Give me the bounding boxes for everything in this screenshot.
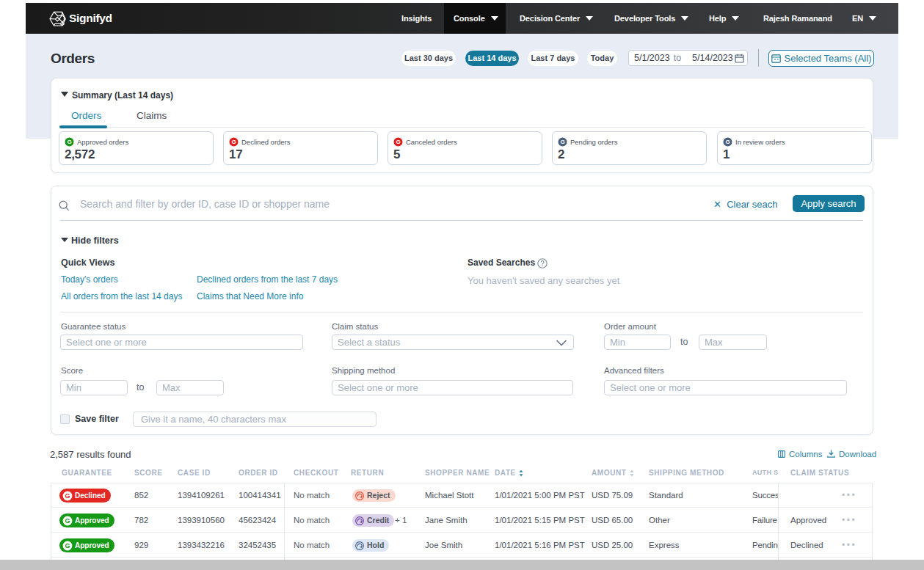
svg-text:G: G <box>231 139 236 145</box>
svg-text:G: G <box>65 542 70 549</box>
svg-text:G: G <box>65 517 70 525</box>
svg-text:G: G <box>725 139 730 145</box>
svg-text:G: G <box>67 139 71 145</box>
svg-text:G: G <box>65 492 70 500</box>
svg-text:G: G <box>560 139 564 145</box>
svg-text:G: G <box>396 139 400 145</box>
